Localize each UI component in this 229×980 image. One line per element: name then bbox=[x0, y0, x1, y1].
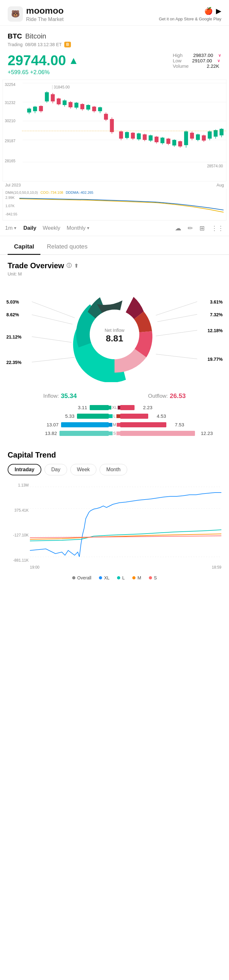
store-text: Get it on App Store & Google Play bbox=[159, 16, 221, 21]
donut-label-2112pct: 21.12% bbox=[6, 334, 21, 339]
bar-l-category: L bbox=[109, 414, 120, 418]
daily-button[interactable]: Daily bbox=[24, 225, 37, 231]
l-out-dot bbox=[116, 414, 120, 418]
m-in-dot bbox=[109, 423, 112, 427]
stock-name: Bitcoin bbox=[25, 32, 46, 40]
candlestick-svg bbox=[3, 80, 226, 181]
dma-y3: -842.55 bbox=[5, 212, 17, 216]
bar-right-m: 7.53 bbox=[120, 422, 221, 427]
1m-button[interactable]: 1m ▼ bbox=[5, 225, 17, 231]
y-label-3: 30210 bbox=[5, 119, 15, 123]
chart-tools: ☁ ✏ ⊞ ⋮⋮ bbox=[175, 224, 224, 232]
monthly-arrow: ▼ bbox=[86, 226, 90, 231]
svg-line-77 bbox=[156, 330, 197, 336]
svg-rect-34 bbox=[110, 119, 114, 132]
export-icon[interactable]: ⬆ bbox=[74, 263, 78, 269]
high-row: High 29837.00 ∨ bbox=[173, 52, 221, 58]
edit-icon[interactable]: ✏ bbox=[188, 224, 193, 232]
week-button[interactable]: Week bbox=[70, 464, 97, 476]
y-label-5: 28165 bbox=[5, 159, 15, 163]
stock-header: BTC Bitcoin Trading 08/08 13:12:38 ET B bbox=[0, 26, 229, 50]
apple-icon[interactable]: 🍎 bbox=[204, 7, 213, 15]
dma-section: DMA(10,0,50,0,10,0) COO:-734.108 DDDMA:-… bbox=[3, 189, 226, 221]
donut-chart-container: 5.03% 8.62% 21.12% 22.35% 3.61% 7.32% 12… bbox=[0, 280, 229, 388]
monthly-button[interactable]: Monthly ▼ bbox=[67, 225, 90, 231]
chart-container: 32254 31232 30210 29187 28165 31845.00 2… bbox=[0, 80, 229, 221]
bar-s-out bbox=[120, 431, 195, 436]
bar-l-in-val: 5.33 bbox=[59, 413, 75, 419]
bar-l-out bbox=[120, 414, 148, 419]
logo-icon: 🐻 bbox=[8, 6, 23, 22]
svg-rect-60 bbox=[190, 133, 194, 138]
bar-m-category: M bbox=[109, 422, 120, 427]
chart-xaxis: Jul 2023 Aug bbox=[3, 181, 226, 189]
bar-l-in bbox=[77, 414, 109, 419]
grid-icon[interactable]: ⋮⋮ bbox=[211, 224, 224, 232]
bar-xl-category: XL bbox=[109, 405, 120, 410]
cloud-icon[interactable]: ☁ bbox=[175, 224, 181, 232]
svg-rect-54 bbox=[172, 140, 176, 145]
tab-related[interactable]: Related quotes bbox=[40, 239, 94, 254]
x-start: 19:00 bbox=[30, 565, 40, 570]
s-in-dot bbox=[109, 431, 113, 435]
price-stats: High 29837.00 ∨ Low 29107.00 ∨ Volume 2.… bbox=[173, 52, 221, 69]
candlestick-chart[interactable]: 32254 31232 30210 29187 28165 31845.00 2… bbox=[3, 80, 226, 181]
intraday-button[interactable]: Intraday bbox=[8, 464, 41, 476]
google-play-icon[interactable]: ▶ bbox=[216, 7, 221, 15]
stock-symbol-row: BTC Bitcoin bbox=[8, 32, 221, 40]
bar-m-in bbox=[61, 422, 109, 427]
bar-xl-out-val: 2.23 bbox=[137, 405, 152, 410]
coo-label: COO:-734.108 bbox=[40, 191, 63, 194]
trading-datetime: 08/08 13:12:38 ET bbox=[25, 42, 62, 47]
donut-label-1977pct: 19.77% bbox=[208, 357, 223, 362]
donut-svg: Net Inflow 8.81 bbox=[70, 287, 159, 382]
svg-rect-50 bbox=[161, 138, 164, 143]
xl-dot bbox=[99, 576, 102, 579]
dma-chart-area: 2.99K 1.07K -842.55 bbox=[5, 196, 224, 218]
bar-right-s: 12.23 bbox=[120, 431, 221, 436]
day-button[interactable]: Day bbox=[45, 464, 67, 476]
svg-rect-56 bbox=[178, 141, 182, 146]
line-chart-row: 1.13M 375.41K -127.10K -881.11K bbox=[8, 480, 221, 570]
svg-line-72 bbox=[32, 315, 73, 324]
s-out-dot bbox=[116, 431, 120, 435]
dma-label: DMA(10,0,50,0,10,0) bbox=[5, 191, 38, 194]
y-axis-bot: -881.11K bbox=[8, 558, 29, 563]
svg-rect-44 bbox=[143, 134, 146, 140]
bar-left-xl: 3.11 bbox=[8, 405, 109, 410]
time-controls: 1m ▼ Daily Weekly Monthly ▼ ☁ ✏ ⊞ ⋮⋮ bbox=[0, 221, 229, 236]
svg-rect-40 bbox=[131, 133, 135, 138]
store-links: 🍎 ▶ Get it on App Store & Google Play bbox=[159, 7, 221, 21]
bar-section: 3.11 XL 2.23 5.33 L bbox=[0, 404, 229, 444]
svg-rect-22 bbox=[75, 103, 78, 108]
info-icon[interactable]: ⓘ bbox=[67, 262, 72, 269]
l-line bbox=[30, 530, 221, 541]
price-section: 29744.00 ▲ +599.65 +2.06% High 29837.00 … bbox=[0, 50, 229, 80]
bar-left-s: 13.82 bbox=[8, 431, 109, 436]
price-change: +599.65 +2.06% bbox=[8, 69, 79, 76]
weekly-button[interactable]: Weekly bbox=[43, 225, 60, 231]
svg-rect-38 bbox=[125, 132, 129, 138]
svg-rect-14 bbox=[51, 94, 55, 102]
tab-capital[interactable]: Capital bbox=[8, 239, 40, 255]
dropdown-arrow: ▼ bbox=[13, 226, 17, 231]
volume-label: Volume bbox=[173, 63, 189, 69]
svg-line-71 bbox=[32, 302, 75, 318]
x-label-aug: Aug bbox=[216, 183, 224, 188]
month-button[interactable]: Month bbox=[100, 464, 127, 476]
svg-rect-48 bbox=[154, 137, 158, 142]
svg-rect-28 bbox=[92, 107, 96, 111]
main-tabs: Capital Related quotes bbox=[0, 239, 229, 255]
low-arrow: ∨ bbox=[217, 58, 220, 63]
columns-icon[interactable]: ⊞ bbox=[199, 224, 205, 232]
bar-row-l: 5.33 L 4.53 bbox=[8, 413, 221, 419]
overall-label: Overall bbox=[77, 575, 91, 581]
y-axis-mid1: 375.41K bbox=[8, 508, 29, 512]
svg-rect-8 bbox=[33, 107, 37, 111]
legend-s: S bbox=[149, 575, 157, 581]
bar-row-m: 13.07 M 7.53 bbox=[8, 422, 221, 427]
svg-rect-64 bbox=[202, 135, 206, 140]
legend-l: L bbox=[117, 575, 125, 581]
donut-label-732pct: 7.32% bbox=[210, 312, 223, 317]
capital-trend-title: Capital Trend bbox=[8, 450, 221, 460]
